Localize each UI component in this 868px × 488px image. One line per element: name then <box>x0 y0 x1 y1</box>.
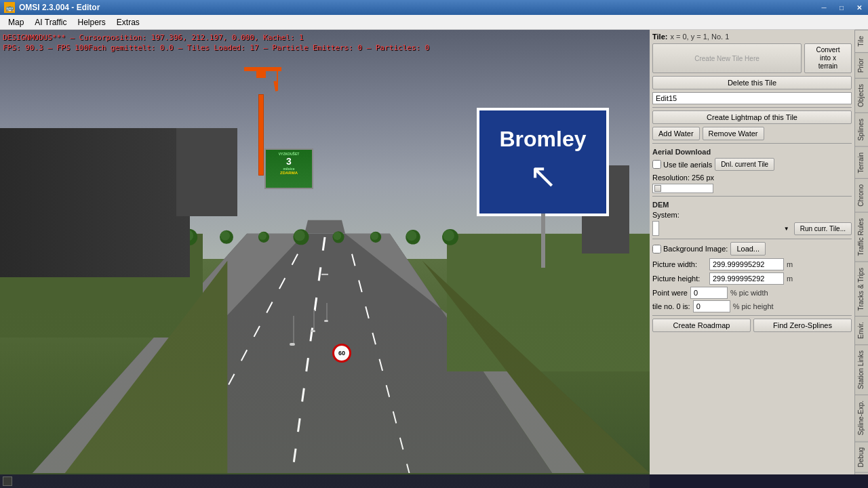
tab-tile[interactable]: Tile <box>855 30 868 52</box>
menu-map[interactable]: Map <box>3 16 29 28</box>
tile-coords: x = 0, y = 1, No. 1 <box>670 33 729 41</box>
picture-width-unit: m <box>787 260 793 268</box>
use-tile-aerials-label: Use tile aerials <box>652 160 712 169</box>
tab-station-links[interactable]: Station Links <box>855 344 868 394</box>
create-new-tile-button[interactable]: Create New Tile Here <box>652 43 802 73</box>
lamp-post-2 <box>312 310 315 332</box>
slider-container <box>652 184 852 193</box>
edit-field-row <box>652 92 852 104</box>
divider-2 <box>652 143 852 144</box>
aerial-download-label: Aerial Download <box>652 148 852 156</box>
resolution-label: Resolution: 256 px <box>652 174 714 182</box>
convert-terrain-button[interactable]: Convert into xterrain <box>804 43 852 73</box>
system-select-wrapper <box>652 221 791 236</box>
use-tile-aerials-checkbox[interactable] <box>652 160 661 169</box>
water-buttons-row: Add Water Remove Water <box>652 127 852 140</box>
window-controls: ─ □ ✕ <box>815 0 868 15</box>
lamp-post-3 <box>326 303 328 322</box>
point-were-row: Point were % pic width <box>652 287 852 299</box>
tab-splines[interactable]: Splines <box>855 113 868 146</box>
tab-traffic-rules[interactable]: Traffic Rules <box>855 212 868 262</box>
aerial-row: Use tile aerials Dnl. current Tile <box>652 158 852 171</box>
building-mid <box>176 128 237 216</box>
tab-envir[interactable]: Envir. <box>855 316 868 344</box>
picture-height-unit: m <box>787 274 793 283</box>
bromley-sign-text: Bromley <box>499 127 586 152</box>
point-x-input[interactable] <box>690 287 728 299</box>
divider-4 <box>652 239 852 239</box>
tile-header: Tile: x = 0, y = 1, No. 1 <box>652 33 852 41</box>
tab-spline-exp[interactable]: Spline-Exp. <box>855 394 868 441</box>
status-dot <box>3 476 12 486</box>
lamp-post-1 <box>292 316 295 346</box>
resolution-slider[interactable] <box>652 184 713 193</box>
picture-width-row: Picture width: m <box>652 258 852 270</box>
tab-chrono[interactable]: Chrono <box>855 178 868 212</box>
tab-terrain[interactable]: Terrain <box>855 146 868 179</box>
divider-5 <box>652 315 852 316</box>
tab-debug[interactable]: Debug <box>855 441 868 472</box>
tab-tracks-trips[interactable]: Tracks & Trips <box>855 262 868 317</box>
close-button[interactable]: ✕ <box>850 0 868 15</box>
slider-thumb <box>654 185 661 192</box>
delete-tile-button[interactable]: Delete this Tile <box>652 76 852 89</box>
background-image-row: Background Image: Load... <box>652 242 852 256</box>
billboard-text: VYZKOUŠET 3 měsíce ZDARMA <box>266 150 312 177</box>
ground <box>0 259 650 488</box>
picture-height-row: Picture height: m <box>652 272 852 285</box>
system-row: System: <box>652 211 852 219</box>
edit-field-input[interactable] <box>652 92 852 104</box>
viewport-3d: VYZKOUŠET 3 měsíce ZDARMA Bromley ↙ 60 <box>0 30 650 488</box>
dem-label: DEM <box>652 201 852 209</box>
titlebar: 🚌 OMSI 2.3.004 - Editor ─ □ ✕ <box>0 0 868 15</box>
right-panel: Tile: x = 0, y = 1, No. 1 Create New Til… <box>650 30 868 488</box>
point-y-input[interactable] <box>693 300 730 312</box>
picture-width-input[interactable] <box>709 258 784 270</box>
percent-pic-width-label: % pic width <box>730 289 768 297</box>
tab-sidebar: Tile Prior Objects Splines Terrain Chron… <box>854 30 868 488</box>
picture-height-label: Picture height: <box>652 274 707 283</box>
speed-limit-value: 60 <box>338 350 345 357</box>
title-text: OMSI 2.3.004 - Editor <box>19 3 100 12</box>
system-select-row: Run curr. Tile... <box>652 221 852 236</box>
main-container: VYZKOUŠET 3 měsíce ZDARMA Bromley ↙ 60 <box>0 30 868 488</box>
tab-prior[interactable]: Prior <box>855 52 868 78</box>
maximize-button[interactable]: □ <box>833 0 850 15</box>
speed-sign: 60 <box>332 344 351 363</box>
menubar: Map AI Traffic Helpers Extras <box>0 15 868 30</box>
run-curr-tile-button[interactable]: Run curr. Tile... <box>794 222 852 235</box>
system-select[interactable] <box>652 221 659 236</box>
divider-1 <box>652 107 852 108</box>
bottom-buttons-row: Create Roadmap Find Zero-Splines <box>652 319 852 332</box>
add-water-button[interactable]: Add Water <box>652 127 700 140</box>
billboard: VYZKOUŠET 3 měsíce ZDARMA <box>264 148 313 189</box>
bromley-arrow-icon: ↙ <box>529 159 557 198</box>
resolution-row: Resolution: 256 px <box>652 174 852 182</box>
create-lightmap-button[interactable]: Create Lightmap of this Tile <box>652 110 852 124</box>
menu-extras[interactable]: Extras <box>111 16 145 28</box>
picture-height-input[interactable] <box>709 272 784 285</box>
remove-water-button[interactable]: Remove Water <box>703 127 764 140</box>
dnl-current-tile-button[interactable]: Dnl. current Tile <box>715 158 774 171</box>
create-convert-row: Create New Tile Here Convert into xterra… <box>652 43 852 73</box>
bottom-bar <box>0 474 868 488</box>
background-image-checkbox[interactable] <box>652 245 661 253</box>
tile-no-row: tile no. 0 is: % pic height <box>652 300 852 312</box>
find-zero-splines-button[interactable]: Find Zero-Splines <box>753 319 852 332</box>
bromley-sign: Bromley ↙ <box>477 108 609 216</box>
create-roadmap-button[interactable]: Create Roadmap <box>652 319 751 332</box>
divider-3 <box>652 196 852 197</box>
app-icon: 🚌 <box>4 2 15 13</box>
tile-label: Tile: <box>652 33 667 41</box>
menu-helpers[interactable]: Helpers <box>72 16 111 28</box>
menu-ai-traffic[interactable]: AI Traffic <box>29 16 72 28</box>
tab-objects[interactable]: Objects <box>855 78 868 113</box>
panel-content: Tile: x = 0, y = 1, No. 1 Create New Til… <box>650 30 854 488</box>
system-label: System: <box>652 211 679 219</box>
percent-pic-height-label: % pic height <box>733 302 774 310</box>
point-were-label: Point were <box>652 289 688 297</box>
minimize-button[interactable]: ─ <box>815 0 833 15</box>
building-left <box>0 128 190 277</box>
load-button[interactable]: Load... <box>730 242 766 256</box>
tile-no-label: tile no. 0 is: <box>652 302 690 310</box>
